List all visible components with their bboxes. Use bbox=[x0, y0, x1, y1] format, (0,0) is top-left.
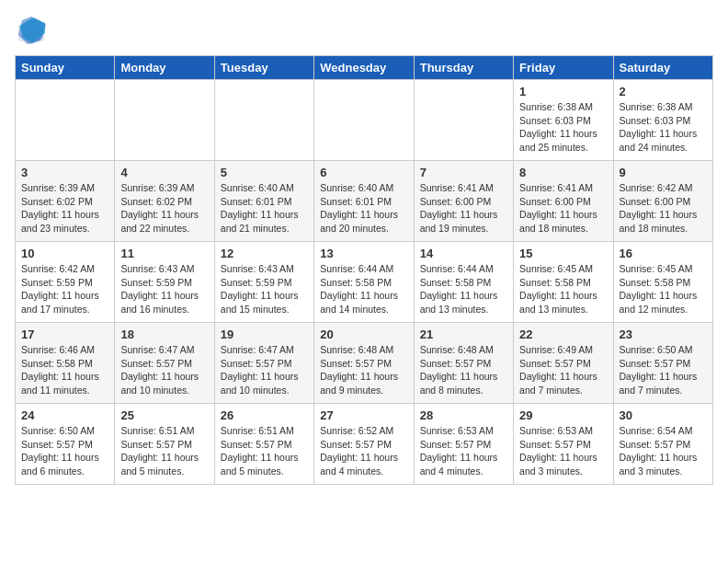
calendar-cell: 17Sunrise: 6:46 AM Sunset: 5:58 PM Dayli… bbox=[16, 323, 115, 404]
day-number: 15 bbox=[519, 247, 607, 260]
day-number: 5 bbox=[221, 166, 308, 179]
day-number: 10 bbox=[21, 247, 108, 260]
day-info: Sunrise: 6:47 AM Sunset: 5:57 PM Dayligh… bbox=[221, 343, 308, 397]
day-info: Sunrise: 6:47 AM Sunset: 5:57 PM Dayligh… bbox=[120, 343, 208, 397]
calendar-week-row: 3Sunrise: 6:39 AM Sunset: 6:02 PM Daylig… bbox=[16, 161, 713, 242]
day-number: 30 bbox=[620, 408, 707, 422]
day-info: Sunrise: 6:42 AM Sunset: 5:59 PM Dayligh… bbox=[21, 262, 108, 316]
calendar-cell: 20Sunrise: 6:48 AM Sunset: 5:57 PM Dayli… bbox=[314, 323, 414, 404]
calendar-cell: 16Sunrise: 6:45 AM Sunset: 5:58 PM Dayli… bbox=[613, 242, 712, 323]
logo-icon bbox=[15, 15, 48, 48]
calendar-cell: 5Sunrise: 6:40 AM Sunset: 6:01 PM Daylig… bbox=[214, 161, 313, 242]
day-info: Sunrise: 6:50 AM Sunset: 5:57 PM Dayligh… bbox=[620, 343, 707, 397]
day-info: Sunrise: 6:43 AM Sunset: 5:59 PM Dayligh… bbox=[221, 262, 308, 316]
day-info: Sunrise: 6:48 AM Sunset: 5:57 PM Dayligh… bbox=[320, 343, 407, 397]
day-number: 7 bbox=[420, 166, 507, 179]
calendar-cell: 28Sunrise: 6:53 AM Sunset: 5:57 PM Dayli… bbox=[414, 404, 513, 485]
calendar-cell: 6Sunrise: 6:40 AM Sunset: 6:01 PM Daylig… bbox=[314, 161, 414, 242]
calendar-cell: 10Sunrise: 6:42 AM Sunset: 5:59 PM Dayli… bbox=[16, 242, 115, 323]
day-info: Sunrise: 6:53 AM Sunset: 5:57 PM Dayligh… bbox=[420, 424, 507, 478]
day-header-thursday: Thursday bbox=[414, 56, 513, 80]
calendar-cell: 25Sunrise: 6:51 AM Sunset: 5:57 PM Dayli… bbox=[115, 404, 214, 485]
day-info: Sunrise: 6:41 AM Sunset: 6:00 PM Dayligh… bbox=[519, 181, 607, 236]
day-number: 9 bbox=[620, 166, 707, 179]
day-number: 25 bbox=[120, 408, 208, 422]
calendar-cell: 26Sunrise: 6:51 AM Sunset: 5:57 PM Dayli… bbox=[214, 404, 313, 485]
day-number: 23 bbox=[620, 327, 707, 341]
calendar-cell bbox=[16, 80, 115, 161]
day-info: Sunrise: 6:49 AM Sunset: 5:57 PM Dayligh… bbox=[519, 343, 607, 397]
day-number: 4 bbox=[120, 166, 208, 179]
logo bbox=[15, 15, 51, 48]
calendar-header-row: SundayMondayTuesdayWednesdayThursdayFrid… bbox=[16, 56, 713, 80]
calendar-cell bbox=[314, 80, 414, 161]
calendar-cell: 9Sunrise: 6:42 AM Sunset: 6:00 PM Daylig… bbox=[613, 161, 712, 242]
day-number: 8 bbox=[519, 166, 607, 179]
calendar-cell: 21Sunrise: 6:48 AM Sunset: 5:57 PM Dayli… bbox=[414, 323, 513, 404]
day-header-monday: Monday bbox=[115, 56, 214, 80]
day-info: Sunrise: 6:52 AM Sunset: 5:57 PM Dayligh… bbox=[320, 424, 407, 478]
day-info: Sunrise: 6:51 AM Sunset: 5:57 PM Dayligh… bbox=[120, 424, 208, 478]
calendar-cell bbox=[214, 80, 313, 161]
day-header-wednesday: Wednesday bbox=[314, 56, 414, 80]
day-number: 2 bbox=[620, 85, 707, 98]
day-number: 1 bbox=[519, 85, 607, 98]
calendar-cell: 30Sunrise: 6:54 AM Sunset: 5:57 PM Dayli… bbox=[613, 404, 712, 485]
calendar-cell: 27Sunrise: 6:52 AM Sunset: 5:57 PM Dayli… bbox=[314, 404, 414, 485]
day-number: 12 bbox=[221, 247, 308, 260]
day-number: 28 bbox=[420, 408, 507, 422]
calendar-cell: 22Sunrise: 6:49 AM Sunset: 5:57 PM Dayli… bbox=[514, 323, 613, 404]
calendar-cell: 15Sunrise: 6:45 AM Sunset: 5:58 PM Dayli… bbox=[514, 242, 613, 323]
day-number: 3 bbox=[21, 166, 108, 179]
calendar-cell: 3Sunrise: 6:39 AM Sunset: 6:02 PM Daylig… bbox=[16, 161, 115, 242]
day-number: 27 bbox=[320, 408, 407, 422]
day-number: 22 bbox=[519, 327, 607, 341]
day-info: Sunrise: 6:45 AM Sunset: 5:58 PM Dayligh… bbox=[620, 262, 707, 316]
day-info: Sunrise: 6:39 AM Sunset: 6:02 PM Dayligh… bbox=[21, 181, 108, 236]
day-header-tuesday: Tuesday bbox=[214, 56, 313, 80]
day-info: Sunrise: 6:41 AM Sunset: 6:00 PM Dayligh… bbox=[420, 181, 507, 236]
calendar-cell: 19Sunrise: 6:47 AM Sunset: 5:57 PM Dayli… bbox=[214, 323, 313, 404]
day-header-friday: Friday bbox=[514, 56, 613, 80]
calendar-cell bbox=[115, 80, 214, 161]
day-number: 17 bbox=[21, 327, 108, 341]
calendar-cell: 14Sunrise: 6:44 AM Sunset: 5:58 PM Dayli… bbox=[414, 242, 513, 323]
calendar-body: 1Sunrise: 6:38 AM Sunset: 6:03 PM Daylig… bbox=[16, 80, 713, 485]
calendar-cell: 8Sunrise: 6:41 AM Sunset: 6:00 PM Daylig… bbox=[514, 161, 613, 242]
calendar-cell: 24Sunrise: 6:50 AM Sunset: 5:57 PM Dayli… bbox=[16, 404, 115, 485]
day-info: Sunrise: 6:44 AM Sunset: 5:58 PM Dayligh… bbox=[420, 262, 507, 316]
day-header-sunday: Sunday bbox=[16, 56, 115, 80]
calendar-week-row: 10Sunrise: 6:42 AM Sunset: 5:59 PM Dayli… bbox=[16, 242, 713, 323]
calendar-cell: 12Sunrise: 6:43 AM Sunset: 5:59 PM Dayli… bbox=[214, 242, 313, 323]
calendar-cell: 11Sunrise: 6:43 AM Sunset: 5:59 PM Dayli… bbox=[115, 242, 214, 323]
day-info: Sunrise: 6:53 AM Sunset: 5:57 PM Dayligh… bbox=[519, 424, 607, 478]
calendar-cell: 18Sunrise: 6:47 AM Sunset: 5:57 PM Dayli… bbox=[115, 323, 214, 404]
calendar-cell: 29Sunrise: 6:53 AM Sunset: 5:57 PM Dayli… bbox=[514, 404, 613, 485]
day-header-saturday: Saturday bbox=[613, 56, 712, 80]
day-number: 21 bbox=[420, 327, 507, 341]
calendar-table: SundayMondayTuesdayWednesdayThursdayFrid… bbox=[15, 55, 713, 485]
day-number: 13 bbox=[320, 247, 407, 260]
day-number: 20 bbox=[320, 327, 407, 341]
day-info: Sunrise: 6:48 AM Sunset: 5:57 PM Dayligh… bbox=[420, 343, 507, 397]
day-info: Sunrise: 6:45 AM Sunset: 5:58 PM Dayligh… bbox=[519, 262, 607, 316]
day-info: Sunrise: 6:44 AM Sunset: 5:58 PM Dayligh… bbox=[320, 262, 407, 316]
calendar-cell: 2Sunrise: 6:38 AM Sunset: 6:03 PM Daylig… bbox=[613, 80, 712, 161]
day-info: Sunrise: 6:38 AM Sunset: 6:03 PM Dayligh… bbox=[620, 100, 707, 155]
calendar-week-row: 1Sunrise: 6:38 AM Sunset: 6:03 PM Daylig… bbox=[16, 80, 713, 161]
day-info: Sunrise: 6:54 AM Sunset: 5:57 PM Dayligh… bbox=[620, 424, 707, 478]
day-number: 14 bbox=[420, 247, 507, 260]
calendar-cell: 7Sunrise: 6:41 AM Sunset: 6:00 PM Daylig… bbox=[414, 161, 513, 242]
day-info: Sunrise: 6:40 AM Sunset: 6:01 PM Dayligh… bbox=[221, 181, 308, 236]
calendar-cell: 1Sunrise: 6:38 AM Sunset: 6:03 PM Daylig… bbox=[514, 80, 613, 161]
calendar-week-row: 17Sunrise: 6:46 AM Sunset: 5:58 PM Dayli… bbox=[16, 323, 713, 404]
calendar-cell: 4Sunrise: 6:39 AM Sunset: 6:02 PM Daylig… bbox=[115, 161, 214, 242]
calendar-week-row: 24Sunrise: 6:50 AM Sunset: 5:57 PM Dayli… bbox=[16, 404, 713, 485]
day-number: 6 bbox=[320, 166, 407, 179]
day-info: Sunrise: 6:50 AM Sunset: 5:57 PM Dayligh… bbox=[21, 424, 108, 478]
day-info: Sunrise: 6:51 AM Sunset: 5:57 PM Dayligh… bbox=[221, 424, 308, 478]
day-number: 16 bbox=[620, 247, 707, 260]
calendar-cell: 23Sunrise: 6:50 AM Sunset: 5:57 PM Dayli… bbox=[613, 323, 712, 404]
calendar-cell bbox=[414, 80, 513, 161]
page-header bbox=[15, 15, 713, 48]
